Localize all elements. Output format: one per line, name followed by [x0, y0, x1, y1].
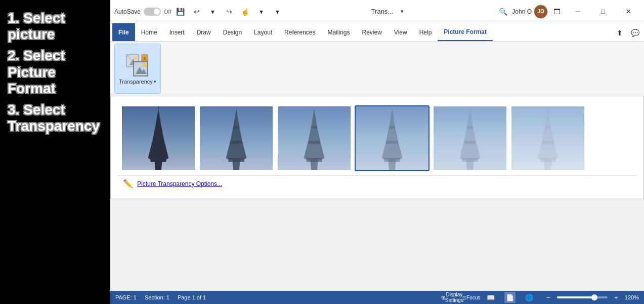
autosave-toggle[interactable] [144, 8, 161, 16]
read-mode-button[interactable]: 📖 [485, 292, 496, 303]
ribbon-right-icons: ⬆ 💬 [613, 27, 642, 41]
zoom-track[interactable] [557, 296, 608, 298]
tab-file[interactable]: File [112, 23, 135, 41]
options-icon: ✏️ [123, 179, 133, 188]
title-right-controls: 🔍 John O JO 🗖 ─ □ ✕ [496, 4, 640, 19]
instruction-2: 2. Select Picture Format [8, 48, 103, 97]
transparency-icon-graphic [125, 54, 150, 78]
minimize-button[interactable]: ─ [566, 4, 589, 19]
transparency-thumb-30[interactable] [277, 105, 352, 171]
svg-rect-20 [233, 126, 239, 129]
zoom-thumb[interactable] [591, 294, 597, 300]
zoom-out-button[interactable]: − [543, 292, 554, 303]
word-application: AutoSave Off 💾 ↩ ▾ ↪ ☝ ▾ ▾ Trans... ▾ 🔍 … [110, 0, 644, 304]
transparency-icon [125, 53, 150, 79]
svg-rect-24 [308, 141, 320, 144]
transparency-dropdown: ✏️ Picture Transparency Options... [110, 96, 644, 199]
svg-rect-30 [389, 126, 395, 129]
svg-rect-13 [152, 141, 164, 144]
transparency-thumb-80[interactable] [510, 105, 585, 171]
svg-rect-25 [311, 126, 317, 129]
svg-rect-33 [462, 158, 478, 162]
tab-mailings[interactable]: Mailings [321, 23, 356, 41]
svg-rect-38 [540, 158, 555, 162]
toggle-knob [154, 9, 160, 15]
document-area [110, 199, 644, 291]
page-indicator: PAGE: 1 [115, 294, 137, 300]
user-avatar[interactable]: JO [534, 5, 548, 19]
transparency-label: Transparency ▾ [119, 79, 156, 85]
transparency-thumb-50[interactable] [355, 105, 430, 171]
quick-access-more[interactable]: ▾ [271, 5, 285, 19]
ribbon-display-button[interactable]: 🗖 [550, 5, 564, 19]
tab-insert[interactable]: Insert [163, 23, 191, 41]
print-layout-button[interactable]: 📄 [504, 292, 516, 303]
title-dropdown[interactable]: ▾ [395, 5, 409, 19]
transparency-thumb-15[interactable] [199, 105, 274, 171]
display-settings-button[interactable]: ⊞ Display Settings [447, 292, 458, 303]
restore-button[interactable]: □ [591, 4, 615, 19]
transparency-chevron: ▾ [154, 79, 156, 84]
transparency-options-link[interactable]: Picture Transparency Options... [137, 180, 222, 187]
redo-button[interactable]: ↪ [222, 5, 236, 19]
tab-help[interactable]: Help [413, 23, 438, 41]
ribbon-tabs: File Home Insert Draw Design Layout Refe… [110, 23, 644, 42]
focus-button[interactable]: ⊡ Focus [466, 292, 477, 303]
status-bar: PAGE: 1 Section: 1 Page 1 of 1 ⊞ Display… [110, 291, 644, 304]
svg-rect-18 [228, 158, 244, 162]
toggle-off-label: Off [164, 9, 171, 15]
svg-rect-39 [542, 141, 553, 144]
search-button[interactable]: 🔍 [496, 5, 510, 19]
web-layout-button[interactable]: 🌐 [524, 292, 535, 303]
svg-rect-34 [464, 141, 476, 144]
zoom-level: 120% [625, 294, 639, 300]
title-center: Trans... ▾ [287, 5, 494, 19]
tab-view[interactable]: View [388, 23, 413, 41]
autosave-control: AutoSave Off [114, 8, 171, 16]
undo-dropdown[interactable]: ▾ [206, 5, 220, 19]
tab-picture-format[interactable]: Picture Format [438, 23, 493, 41]
tab-draw[interactable]: Draw [191, 23, 217, 41]
close-button[interactable]: ✕ [617, 4, 640, 19]
tab-review[interactable]: Review [356, 23, 388, 41]
zoom-fill [557, 296, 592, 298]
svg-rect-35 [467, 126, 473, 129]
svg-rect-23 [306, 158, 322, 162]
svg-rect-29 [386, 141, 398, 144]
touch-dropdown[interactable]: ▾ [254, 5, 269, 19]
share-button[interactable]: ⬆ [613, 27, 627, 39]
tab-references[interactable]: References [278, 23, 321, 41]
svg-rect-14 [155, 126, 161, 129]
tab-layout[interactable]: Layout [248, 23, 278, 41]
transparency-thumb-65[interactable] [433, 105, 507, 171]
ribbon-content: Transparency ▾ [110, 42, 644, 96]
section-indicator: Section: 1 [145, 294, 169, 300]
svg-rect-12 [150, 158, 166, 162]
title-bar: AutoSave Off 💾 ↩ ▾ ↪ ☝ ▾ ▾ Trans... ▾ 🔍 … [110, 0, 644, 23]
zoom-in-button[interactable]: + [611, 292, 622, 303]
svg-rect-40 [545, 126, 551, 129]
user-name: John O [512, 8, 532, 15]
transparency-options-row[interactable]: ✏️ Picture Transparency Options... [117, 175, 637, 192]
touch-mode-button[interactable]: ☝ [238, 5, 252, 19]
tab-home[interactable]: Home [135, 23, 163, 41]
svg-point-3 [134, 56, 137, 59]
tab-design[interactable]: Design [217, 23, 248, 41]
document-title: Trans... ▾ [371, 5, 410, 19]
instruction-panel: 1. Select picture 2. Select Picture Form… [0, 0, 110, 304]
undo-button[interactable]: ↩ [190, 5, 204, 19]
instruction-3: 3. Select Transparency [8, 102, 103, 134]
transparency-thumb-0[interactable] [121, 105, 196, 171]
comments-button[interactable]: 💬 [628, 27, 642, 39]
transparency-button[interactable]: Transparency ▾ [114, 44, 161, 94]
autosave-label: AutoSave [114, 8, 141, 15]
instruction-1: 1. Select picture [8, 10, 103, 43]
save-button[interactable]: 💾 [174, 5, 188, 19]
svg-point-7 [143, 63, 147, 67]
transparency-grid [117, 101, 637, 175]
svg-rect-28 [384, 158, 400, 162]
zoom-control: − + 120% [543, 292, 639, 303]
svg-rect-19 [230, 141, 242, 144]
page-count: Page 1 of 1 [178, 294, 206, 300]
